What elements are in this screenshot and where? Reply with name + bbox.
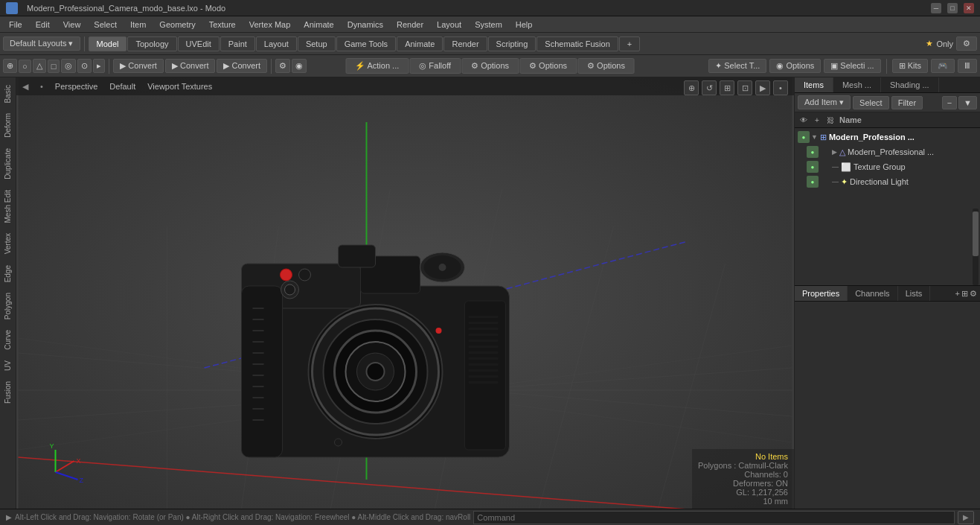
tab-topology[interactable]: Topology xyxy=(127,36,176,51)
options-btn-2[interactable]: ⚙ Options xyxy=(519,58,577,74)
convert-btn-1[interactable]: ▶ Convert xyxy=(113,59,164,73)
tab-layout[interactable]: Layout xyxy=(256,36,297,51)
action-btn[interactable]: ⚡ Action ... xyxy=(345,58,409,74)
vp-style[interactable]: Default xyxy=(109,82,135,91)
game-controller-btn[interactable]: 🎮 xyxy=(931,59,955,73)
vp-ctrl-fit[interactable]: ⊕ xyxy=(684,80,699,95)
filter-dropdown[interactable]: ▼ xyxy=(958,96,977,109)
menu-geometry[interactable]: Geometry xyxy=(153,19,201,31)
menu-item[interactable]: Item xyxy=(124,19,152,31)
menu-help[interactable]: Help xyxy=(510,19,539,31)
tab-uvedit[interactable]: UVEdit xyxy=(178,36,220,51)
menu-animate[interactable]: Animate xyxy=(298,19,339,31)
tool-sphere[interactable]: ⊙ xyxy=(77,59,92,73)
menu-file[interactable]: File xyxy=(3,19,28,31)
props-plus-btn[interactable]: + xyxy=(955,289,960,298)
col-link-icon[interactable]: ⛓ xyxy=(824,114,836,126)
tool-tri[interactable]: △ xyxy=(33,59,46,73)
command-input[interactable] xyxy=(473,511,955,524)
options-btn-3[interactable]: ⚙ Options xyxy=(577,58,635,74)
falloff-btn[interactable]: ◎ Falloff xyxy=(409,58,461,74)
panel-tab-shading[interactable]: Shading ... xyxy=(881,77,939,92)
item-vis-toggle[interactable]: ● xyxy=(798,131,810,143)
tool-circle[interactable]: ◎ xyxy=(61,59,76,73)
close-button[interactable]: ✕ xyxy=(964,3,974,13)
sidebar-tab-basic[interactable]: Basic xyxy=(1,80,14,107)
add-item-button[interactable]: Add Item ▾ xyxy=(798,95,851,109)
list-item[interactable]: ● ▶ △ Modern_Professional ... xyxy=(804,144,980,159)
props-tab-channels[interactable]: Channels xyxy=(848,286,897,301)
sidebar-tab-polygon[interactable]: Polygon xyxy=(1,288,14,324)
sidebar-tab-uv[interactable]: UV xyxy=(1,356,14,375)
settings-button[interactable]: ⚙ xyxy=(956,36,977,51)
sidebar-tab-duplicate[interactable]: Duplicate xyxy=(1,144,14,184)
command-submit-button[interactable]: ▶ xyxy=(958,511,974,524)
sidebar-tab-fusion[interactable]: Fusion xyxy=(1,377,14,408)
maximize-button[interactable]: □ xyxy=(947,3,958,13)
sidebar-tab-edge[interactable]: Edge xyxy=(1,261,14,287)
panel-tab-items[interactable]: Items xyxy=(795,77,833,92)
selecti-btn[interactable]: ▣ Selecti ... xyxy=(824,59,880,73)
list-item[interactable]: ● — ✦ Directional Light xyxy=(804,174,980,189)
vp-mode[interactable]: Perspective xyxy=(55,82,97,91)
item-vis-toggle[interactable]: ● xyxy=(807,161,819,173)
viewport[interactable]: ◀ • Perspective Default Viewport Texture… xyxy=(16,77,794,509)
sidebar-tab-curve[interactable]: Curve xyxy=(1,325,14,354)
scrollbar[interactable] xyxy=(973,209,979,286)
tab-schematic-fusion[interactable]: Schematic Fusion xyxy=(537,36,618,51)
tab-plus[interactable]: + xyxy=(619,36,640,51)
minimize-button[interactable]: ─ xyxy=(931,3,941,13)
layout-dropdown[interactable]: Default Layouts ▾ xyxy=(3,36,80,51)
vp-ctrl-rotate[interactable]: ↺ xyxy=(702,80,717,95)
menu-view[interactable]: View xyxy=(57,19,87,31)
tool-more[interactable]: ▸ xyxy=(93,59,105,73)
props-settings-btn[interactable]: ⚙ xyxy=(970,289,977,299)
col-plus-icon[interactable]: + xyxy=(811,114,823,126)
props-tab-properties[interactable]: Properties xyxy=(795,286,848,301)
menu-vertex-map[interactable]: Vertex Map xyxy=(243,19,297,31)
select-button[interactable]: Select xyxy=(853,96,889,109)
tool-quad[interactable]: □ xyxy=(48,60,60,73)
sidebar-tab-vertex[interactable]: Vertex xyxy=(1,229,14,258)
options-right-btn[interactable]: ◉ Options xyxy=(769,59,821,73)
item-vis-toggle[interactable]: ● xyxy=(807,176,819,188)
sidebar-tab-mesh-edit[interactable]: Mesh Edit xyxy=(1,185,14,227)
props-expand-btn[interactable]: ⊞ xyxy=(961,289,968,299)
panel-tab-mesh[interactable]: Mesh ... xyxy=(833,77,881,92)
minus-button[interactable]: − xyxy=(942,96,957,109)
menu-layout[interactable]: Layout xyxy=(431,19,467,31)
tab-scripting[interactable]: Scripting xyxy=(488,36,537,51)
menu-dynamics[interactable]: Dynamics xyxy=(342,19,389,31)
menu-system[interactable]: System xyxy=(469,19,508,31)
vp-ctrl-dot[interactable]: • xyxy=(773,80,788,95)
scrollbar-thumb[interactable] xyxy=(973,211,979,256)
select-t-btn[interactable]: ✦ Select T... xyxy=(708,59,766,73)
tab-paint[interactable]: Paint xyxy=(220,36,255,51)
list-item[interactable]: ● ▼ ⊞ Modern_Profession ... xyxy=(795,130,980,144)
list-item[interactable]: ● — ⬜ Texture Group xyxy=(804,159,980,174)
menu-render[interactable]: Render xyxy=(391,19,429,31)
tab-render[interactable]: Render xyxy=(443,36,487,51)
filter-button[interactable]: Filter xyxy=(891,96,923,109)
tab-setup[interactable]: Setup xyxy=(298,36,336,51)
menu-texture[interactable]: Texture xyxy=(203,19,242,31)
mode-icon-2[interactable]: ◉ xyxy=(292,59,307,73)
tool-snap[interactable]: ⊕ xyxy=(3,59,17,73)
tab-game-tools[interactable]: Game Tools xyxy=(336,36,397,51)
vp-ctrl-frame[interactable]: ⊞ xyxy=(720,80,734,95)
options-btn-1[interactable]: ⚙ Options xyxy=(461,58,519,74)
unreal-btn[interactable]: Ⅲ xyxy=(958,59,977,73)
vp-back-btn[interactable]: ◀ xyxy=(22,82,28,92)
menu-edit[interactable]: Edit xyxy=(30,19,56,31)
vp-ctrl-play[interactable]: ▶ xyxy=(755,80,770,95)
tab-animate[interactable]: Animate xyxy=(397,36,443,51)
item-vis-toggle[interactable]: ● xyxy=(807,146,819,158)
convert-btn-2[interactable]: ▶ Convert xyxy=(165,59,216,73)
mode-icon-1[interactable]: ⚙ xyxy=(275,59,290,73)
sidebar-tab-deform[interactable]: Deform xyxy=(1,109,14,142)
menu-select[interactable]: Select xyxy=(88,19,123,31)
kits-btn[interactable]: ⊞ Kits xyxy=(892,59,928,73)
tool-select-loop[interactable]: ○ xyxy=(19,60,31,73)
props-tab-lists[interactable]: Lists xyxy=(898,286,931,301)
vp-texture[interactable]: Viewport Textures xyxy=(147,82,212,91)
